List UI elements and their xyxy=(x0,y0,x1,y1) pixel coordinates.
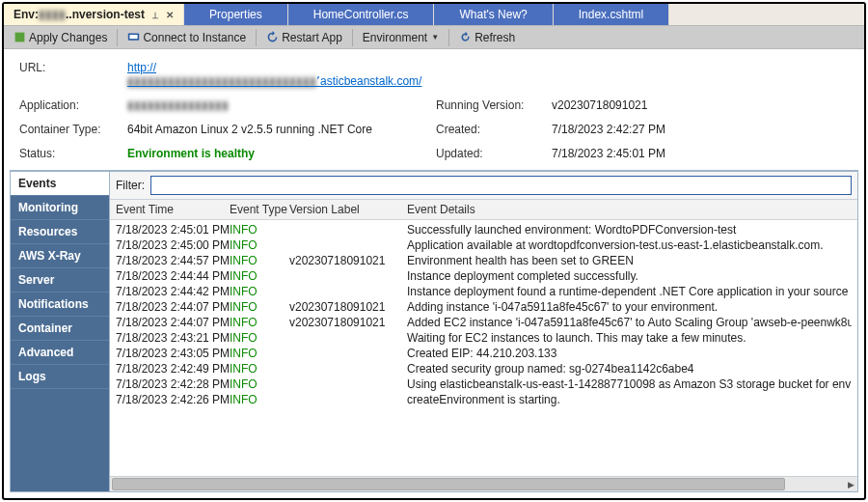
chevron-down-icon: ▼ xyxy=(431,33,439,42)
event-version xyxy=(289,346,407,361)
event-row[interactable]: 7/18/2023 2:42:49 PMINFOCreated security… xyxy=(110,361,857,376)
apply-icon xyxy=(14,31,26,43)
refresh-icon xyxy=(459,31,472,43)
sidenav-advanced[interactable]: Advanced xyxy=(11,341,109,365)
event-type: INFO xyxy=(230,330,289,346)
tab-whats-new[interactable]: What's New? xyxy=(434,4,553,25)
filter-input[interactable] xyxy=(150,176,852,195)
event-version xyxy=(289,222,407,237)
event-row[interactable]: 7/18/2023 2:44:42 PMINFOInstance deploym… xyxy=(110,284,857,299)
tab-env-label-prefix: Env: xyxy=(14,8,39,21)
event-details: Application available at wordtopdfconver… xyxy=(407,237,852,253)
event-details: Instance deployment completed successful… xyxy=(407,268,852,284)
tab-env-label-suffix: ..nversion-test xyxy=(66,8,145,21)
pin-icon[interactable]: ⟂ xyxy=(152,10,158,20)
event-details: createEnvironment is starting. xyxy=(407,392,852,407)
events-panel: Filter: Event Time Event Type Version La… xyxy=(110,171,858,492)
horizontal-scrollbar[interactable]: ◀ ▶ xyxy=(110,476,857,491)
application-value-redacted: ▮▮▮▮▮▮▮▮▮▮▮▮▮▮▮ xyxy=(127,98,229,112)
event-time: 7/18/2023 2:44:42 PM xyxy=(116,284,230,299)
event-time: 7/18/2023 2:44:07 PM xyxy=(116,315,230,330)
side-nav: Events Monitoring Resources AWS X-Ray Se… xyxy=(10,171,110,492)
col-version-label[interactable]: Version Label xyxy=(289,203,407,216)
sidenav-notifications[interactable]: Notifications xyxy=(11,293,109,317)
event-details: Successfully launched environment: Wordt… xyxy=(407,222,852,237)
tab-env-label-redacted: ▮▮▮▮ xyxy=(39,8,66,21)
refresh-label: Refresh xyxy=(475,31,515,44)
event-type: INFO xyxy=(230,376,289,392)
event-version xyxy=(289,268,407,284)
container-type-value: 64bit Amazon Linux 2 v2.5.5 running .NET… xyxy=(127,123,436,136)
event-version: v20230718091021 xyxy=(289,315,407,330)
tab-properties[interactable]: Properties xyxy=(184,4,288,25)
event-time: 7/18/2023 2:43:05 PM xyxy=(116,346,230,361)
sidenav-xray[interactable]: AWS X-Ray xyxy=(11,244,109,268)
event-type: INFO xyxy=(230,392,289,407)
container-type-label: Container Type: xyxy=(19,123,127,136)
scroll-right-icon[interactable]: ▶ xyxy=(844,477,858,492)
event-version xyxy=(289,392,407,407)
editor-tabs: Env: ▮▮▮▮ ..nversion-test ⟂ ✕ Properties… xyxy=(4,4,864,25)
event-version xyxy=(289,237,407,253)
tab-homecontroller[interactable]: HomeController.cs xyxy=(288,4,435,25)
event-row[interactable]: 7/18/2023 2:42:26 PMINFOcreateEnvironmen… xyxy=(110,392,857,407)
col-event-details[interactable]: Event Details xyxy=(407,203,852,216)
event-type: INFO xyxy=(230,361,289,376)
application-label: Application: xyxy=(19,98,127,112)
main-panel: Events Monitoring Resources AWS X-Ray Se… xyxy=(10,170,858,492)
url-label: URL: xyxy=(19,61,127,88)
restart-icon xyxy=(266,31,279,43)
event-details: Added EC2 instance 'i-047a5911a8fe45c67'… xyxy=(407,315,852,330)
running-version-value: v20230718091021 xyxy=(552,98,745,112)
environment-menu[interactable]: Environment ▼ xyxy=(359,30,443,45)
separator xyxy=(256,29,257,46)
sidenav-server[interactable]: Server xyxy=(11,268,109,293)
event-row[interactable]: 7/18/2023 2:44:57 PMINFOv20230718091021E… xyxy=(110,253,857,268)
event-row[interactable]: 7/18/2023 2:43:21 PMINFOWaiting for EC2 … xyxy=(110,330,857,346)
event-row[interactable]: 7/18/2023 2:45:01 PMINFOSuccessfully lau… xyxy=(110,222,857,237)
restart-label: Restart App xyxy=(282,31,342,44)
event-row[interactable]: 7/18/2023 2:44:07 PMINFOv20230718091021A… xyxy=(110,315,857,330)
separator xyxy=(448,29,449,46)
event-row[interactable]: 7/18/2023 2:44:07 PMINFOv20230718091021A… xyxy=(110,299,857,315)
event-version xyxy=(289,361,407,376)
connect-icon xyxy=(127,31,140,43)
event-details: Waiting for EC2 instances to launch. Thi… xyxy=(407,330,852,346)
apply-changes-button[interactable]: Apply Changes xyxy=(10,30,111,45)
connect-instance-button[interactable]: Connect to Instance xyxy=(123,30,250,45)
event-version xyxy=(289,330,407,346)
refresh-button[interactable]: Refresh xyxy=(455,30,519,45)
event-row[interactable]: 7/18/2023 2:43:05 PMINFOCreated EIP: 44.… xyxy=(110,346,857,361)
event-row[interactable]: 7/18/2023 2:45:00 PMINFOApplication avai… xyxy=(110,237,857,253)
url-value[interactable]: http://▮▮▮▮▮▮▮▮▮▮▮▮▮▮▮▮▮▮▮▮▮▮▮▮▮▮▮▮ʼasti… xyxy=(127,61,436,88)
event-time: 7/18/2023 2:42:26 PM xyxy=(116,392,230,407)
col-event-type[interactable]: Event Type xyxy=(230,203,289,216)
sidenav-logs[interactable]: Logs xyxy=(11,365,109,389)
event-time: 7/18/2023 2:44:07 PM xyxy=(116,299,230,315)
scroll-thumb[interactable] xyxy=(112,478,785,490)
url-link[interactable]: http://▮▮▮▮▮▮▮▮▮▮▮▮▮▮▮▮▮▮▮▮▮▮▮▮▮▮▮▮ʼasti… xyxy=(127,61,421,88)
tab-index-cshtml[interactable]: Index.cshtml xyxy=(554,4,669,25)
event-row[interactable]: 7/18/2023 2:42:28 PMINFOUsing elasticbea… xyxy=(110,376,857,392)
col-event-time[interactable]: Event Time xyxy=(116,203,230,216)
event-time: 7/18/2023 2:45:00 PM xyxy=(116,237,230,253)
status-label: Status: xyxy=(19,147,127,160)
sidenav-events[interactable]: Events xyxy=(11,172,109,196)
filter-label: Filter: xyxy=(116,179,145,192)
sidenav-container[interactable]: Container xyxy=(11,317,109,341)
separator xyxy=(117,29,118,46)
tab-env-active[interactable]: Env: ▮▮▮▮ ..nversion-test ⟂ ✕ xyxy=(4,4,184,25)
sidenav-resources[interactable]: Resources xyxy=(11,220,109,244)
svg-rect-0 xyxy=(15,33,25,42)
apply-label: Apply Changes xyxy=(29,31,107,44)
restart-app-button[interactable]: Restart App xyxy=(262,30,346,45)
connect-label: Connect to Instance xyxy=(143,31,246,44)
event-details: Instance deployment found a runtime-depe… xyxy=(407,284,852,299)
environment-toolbar: Apply Changes Connect to Instance Restar… xyxy=(4,25,864,49)
sidenav-monitoring[interactable]: Monitoring xyxy=(11,196,109,220)
event-row[interactable]: 7/18/2023 2:44:44 PMINFOInstance deploym… xyxy=(110,268,857,284)
environment-label: Environment xyxy=(363,31,427,44)
event-details: Created security group named: sg-0274bea… xyxy=(407,361,852,376)
close-icon[interactable]: ✕ xyxy=(166,10,174,20)
event-details: Adding instance 'i-047a5911a8fe45c67' to… xyxy=(407,299,852,315)
